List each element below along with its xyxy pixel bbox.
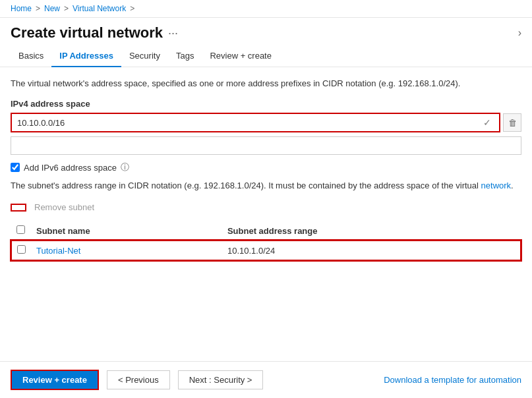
address-input-empty[interactable] [11, 136, 521, 155]
row-checkbox-cell [11, 241, 31, 260]
subnet-table: Subnet name Subnet address range Tutoria… [11, 221, 521, 261]
tab-ip-addresses[interactable]: IP Addresses [51, 45, 121, 67]
tab-review-create[interactable]: Review + create [202, 45, 280, 67]
description-text: The virtual network's address space, spe… [11, 78, 521, 90]
subnet-actions: Remove subnet [11, 200, 521, 215]
page-title-row: Create virtual network ··· › [0, 18, 532, 45]
tab-basics[interactable]: Basics [11, 45, 51, 67]
ipv4-address-input-box[interactable]: ✓ [11, 113, 500, 132]
tab-tags[interactable]: Tags [168, 45, 202, 67]
add-subnet-button[interactable] [11, 204, 26, 212]
ipv6-checkbox[interactable] [11, 163, 20, 172]
table-header-select [11, 221, 31, 241]
table-row: Tutorial-Net 10.10.1.0/24 [11, 241, 521, 260]
title-options-button[interactable]: ··· [168, 26, 178, 40]
tab-security[interactable]: Security [121, 45, 168, 67]
page-container: Home > New > Virtual Network > Create vi… [0, 0, 532, 398]
next-security-button[interactable]: Next : Security > [178, 370, 264, 389]
info-icon[interactable]: ⓘ [121, 161, 129, 173]
remove-subnet-button[interactable]: Remove subnet [29, 200, 100, 215]
breadcrumb-virtual-network[interactable]: Virtual Network [73, 4, 126, 13]
content-area: The virtual network's address space, spe… [0, 67, 532, 351]
review-create-button[interactable]: Review + create [11, 370, 99, 390]
address-input-row: ✓ 🗑 [11, 113, 521, 132]
table-header-address-range: Subnet address range [222, 221, 521, 241]
row-checkbox[interactable] [17, 245, 26, 254]
delete-address-button[interactable]: 🗑 [503, 113, 521, 132]
select-all-checkbox[interactable] [16, 225, 25, 234]
breadcrumb-sep2: > [64, 4, 69, 13]
table-header-subnet-name: Subnet name [31, 221, 222, 241]
address-check-icon: ✓ [481, 117, 494, 128]
trash-icon: 🗑 [508, 118, 517, 128]
tabs-row: Basics IP Addresses Security Tags Review… [0, 45, 532, 67]
bottom-bar: Review + create < Previous Next : Securi… [0, 361, 532, 398]
ipv4-address-input[interactable] [17, 118, 481, 128]
ipv6-checkbox-label: Add IPv6 address space [24, 163, 117, 173]
subnet-address-range-cell: 10.10.1.0/24 [222, 241, 521, 260]
network-link[interactable]: network [481, 181, 512, 190]
breadcrumb-home[interactable]: Home [11, 4, 32, 13]
page-title: Create virtual network [11, 24, 163, 42]
expand-icon[interactable]: › [518, 27, 521, 39]
subnet-name-link[interactable]: Tutorial-Net [36, 246, 80, 256]
ipv6-checkbox-row: Add IPv6 address space ⓘ [11, 161, 521, 173]
subnet-description: The subnet's address range in CIDR notat… [11, 180, 521, 192]
previous-button[interactable]: < Previous [107, 370, 170, 389]
breadcrumb: Home > New > Virtual Network > [0, 0, 532, 18]
breadcrumb-new[interactable]: New [44, 4, 60, 13]
breadcrumb-sep1: > [36, 4, 40, 13]
breadcrumb-sep3: > [130, 4, 134, 13]
download-template-link[interactable]: Download a template for automation [384, 375, 521, 385]
subnet-name-cell: Tutorial-Net [31, 241, 222, 260]
ipv4-section-label: IPv4 address space [11, 99, 521, 109]
